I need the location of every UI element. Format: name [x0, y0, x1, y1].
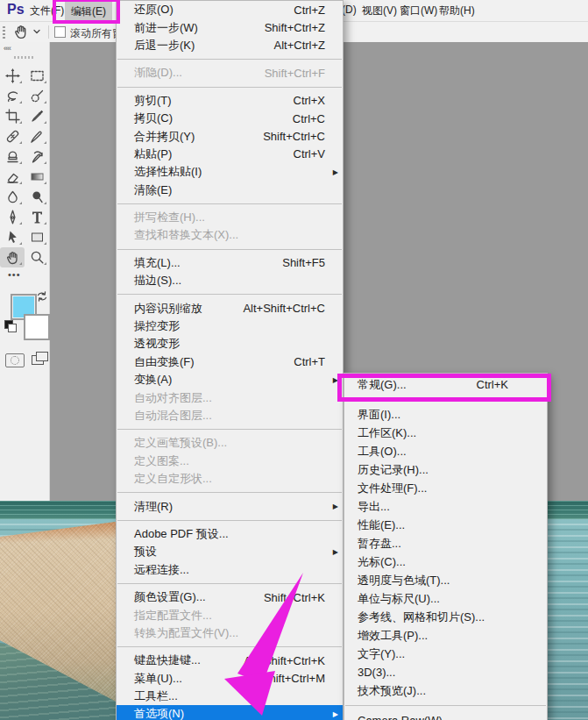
menu-item-workspace[interactable]: 工作区(K)...	[344, 424, 547, 442]
collapse-panel-icon[interactable]: ««	[4, 44, 11, 53]
menu-item-cursors[interactable]: 光标(C)...	[344, 552, 547, 571]
menu-item-general[interactable]: 常规(G)...Ctrl+K	[344, 375, 547, 394]
pen-tool[interactable]	[0, 207, 25, 227]
menubar-item-edit[interactable]: 编辑(E)	[65, 2, 112, 22]
type-tool[interactable]	[25, 207, 49, 227]
default-colors-icon[interactable]	[4, 320, 17, 332]
menu-item-remote-connections[interactable]: 远程连接...	[117, 561, 343, 579]
eyedropper-tool[interactable]	[25, 106, 49, 126]
menu-item-auto-blend-layers[interactable]: 自动混合图层...	[117, 407, 343, 424]
options-bar-grip[interactable]	[3, 26, 5, 39]
swap-colors-icon[interactable]	[37, 289, 47, 305]
clone-stamp-tool[interactable]	[0, 146, 25, 167]
menu-item-puppet-warp[interactable]: 操控变形	[117, 317, 343, 335]
menu-item-plugins[interactable]: 增效工具(P)...	[344, 626, 547, 645]
blur-tool[interactable]	[0, 187, 25, 207]
menu-item-label: 界面(I)...	[358, 407, 400, 423]
rectangular-marquee-tool[interactable]	[25, 66, 49, 86]
menu-item-convert-to-profile[interactable]: 转换为配置文件(V)...	[117, 624, 343, 642]
menu-item-assign-profile[interactable]: 指定配置文件...	[117, 606, 343, 624]
menu-item-purge[interactable]: 清理(R)▶	[117, 497, 343, 515]
menu-item-label: 拷贝(C)	[134, 110, 173, 126]
menubar-item-window[interactable]: 窗口(W)	[400, 4, 437, 18]
menu-item-label: 内容识别缩放	[134, 301, 202, 317]
menu-item-step-forward[interactable]: 前进一步(W)Shift+Ctrl+Z	[117, 18, 343, 36]
menu-item-label: 自动对齐图层...	[134, 390, 212, 406]
menu-item-keyboard-shortcuts[interactable]: 键盘快捷键...Alt+Shift+Ctrl+K	[117, 652, 343, 669]
menu-item-file-handling[interactable]: 文件处理(F)...	[344, 479, 547, 497]
menu-item-fill[interactable]: 填充(L)...Shift+F5	[117, 254, 343, 272]
menubar-item-3d-partial[interactable]: (D)	[342, 4, 357, 16]
menu-item-history-log[interactable]: 历史记录(H)...	[344, 460, 547, 479]
menu-item-copy-merged[interactable]: 合并拷贝(Y)Shift+Ctrl+C	[117, 127, 343, 145]
eraser-tool[interactable]	[0, 167, 25, 187]
menu-item-label: 拼写检查(H)...	[134, 210, 205, 225]
spot-healing-brush-tool[interactable]	[0, 126, 25, 146]
menu-item-stroke[interactable]: 描边(S)...	[117, 272, 343, 289]
chevron-down-icon[interactable]	[33, 29, 39, 35]
menu-item-color-settings[interactable]: 颜色设置(G)...Shift+Ctrl+K	[117, 588, 343, 606]
menu-item-paste-special[interactable]: 选择性粘贴(I)▶	[117, 163, 343, 181]
menu-item-define-brush-preset[interactable]: 定义画笔预设(B)...	[117, 434, 343, 452]
menu-item-transform[interactable]: 变换(A)▶	[117, 371, 343, 389]
menu-item-interface[interactable]: 界面(I)...	[344, 405, 547, 424]
menu-item-type[interactable]: 文字(Y)...	[344, 645, 547, 663]
history-brush-tool[interactable]	[25, 146, 49, 167]
menubar-item-file[interactable]: 文件(F)	[30, 4, 64, 18]
move-tool[interactable]	[0, 66, 25, 86]
menu-item-label: 增效工具(P)...	[358, 628, 428, 644]
menu-item-camera-raw[interactable]: Camera Raw(W)...	[344, 711, 547, 720]
edit-toolbar-icon[interactable]: •••	[8, 269, 21, 280]
menu-item-free-transform[interactable]: 自由变换(F)Ctrl+T	[117, 353, 343, 371]
menubar-item-help[interactable]: 帮助(H)	[439, 4, 475, 18]
menu-item-units-rulers[interactable]: 单位与标尺(U)...	[344, 589, 547, 608]
menu-item-tools[interactable]: 工具(O)...	[344, 442, 547, 460]
dodge-tool[interactable]	[25, 187, 49, 207]
brush-tool[interactable]	[25, 126, 49, 146]
menu-item-auto-align-layers[interactable]: 自动对齐图层...	[117, 389, 343, 406]
menu-item-clear[interactable]: 清除(E)	[117, 182, 343, 199]
menu-item-cut[interactable]: 剪切(T)Ctrl+X	[117, 92, 343, 110]
quick-mask-mode-button[interactable]	[5, 353, 25, 367]
hand-tool[interactable]	[0, 247, 25, 267]
menu-item-define-custom-shape[interactable]: 定义自定形状...	[117, 470, 343, 488]
menu-item-adobe-pdf-presets[interactable]: Adobe PDF 预设...	[117, 525, 343, 543]
menu-item-content-aware-scale[interactable]: 内容识别缩放Alt+Shift+Ctrl+C	[117, 299, 343, 317]
menu-item-step-backward[interactable]: 后退一步(K)Alt+Ctrl+Z	[117, 37, 343, 54]
screen-mode-button[interactable]	[32, 352, 47, 366]
menu-item-toolbar[interactable]: 工具栏...	[117, 688, 343, 705]
menu-item-find-replace-text[interactable]: 查找和替换文本(X)...	[117, 226, 343, 244]
menu-item-label: 文字(Y)...	[358, 646, 405, 662]
menu-item-paste[interactable]: 粘贴(P)Ctrl+V	[117, 146, 343, 163]
zoom-tool[interactable]	[25, 247, 49, 267]
lasso-tool[interactable]	[0, 86, 25, 106]
menu-item-technology-previews[interactable]: 技术预览(J)...	[344, 681, 547, 700]
menu-item-preferences[interactable]: 首选项(N)▶	[117, 705, 343, 720]
menu-item-undo[interactable]: 还原(O)Ctrl+Z	[117, 1, 343, 18]
menu-item-performance[interactable]: 性能(E)...	[344, 516, 547, 534]
menu-item-scratch-disks[interactable]: 暂存盘...	[344, 534, 547, 552]
rectangle-tool[interactable]	[25, 227, 49, 247]
path-selection-tool[interactable]	[0, 227, 25, 247]
menu-item-perspective-warp[interactable]: 透视变形	[117, 335, 343, 353]
photoshop-window: Ps 文件(F) 编辑(E) (D) 视图(V) 窗口(W) 帮助(H) 滚动所…	[0, 0, 588, 720]
menu-item-copy[interactable]: 拷贝(C)Ctrl+C	[117, 110, 343, 127]
menu-item-define-pattern[interactable]: 定义图案...	[117, 453, 343, 470]
menu-separator	[345, 399, 546, 400]
hand-tool-icon[interactable]	[13, 24, 29, 43]
menubar-item-view[interactable]: 视图(V)	[362, 4, 397, 18]
menu-item-transparency-gamut[interactable]: 透明度与色域(T)...	[344, 571, 547, 589]
panel-grip[interactable]	[14, 56, 35, 59]
menu-item-guides-grid-slices[interactable]: 参考线、网格和切片(S)...	[344, 608, 547, 626]
menu-item-presets[interactable]: 预设▶	[117, 543, 343, 560]
crop-tool[interactable]	[0, 106, 25, 126]
menu-item-3d[interactable]: 3D(3)...	[344, 663, 547, 681]
menu-item-export[interactable]: 导出...	[344, 497, 547, 516]
background-color-swatch[interactable]	[24, 314, 50, 340]
gradient-tool[interactable]	[25, 167, 49, 187]
menu-item-check-spelling[interactable]: 拼写检查(H)...	[117, 209, 343, 226]
quick-selection-tool[interactable]	[25, 86, 49, 106]
menu-item-fade[interactable]: 渐隐(D)...Shift+Ctrl+F	[117, 64, 343, 82]
menu-item-menus[interactable]: 菜单(U)...Alt+Shift+Ctrl+M	[117, 670, 343, 688]
scroll-all-windows-checkbox[interactable]	[54, 26, 66, 38]
